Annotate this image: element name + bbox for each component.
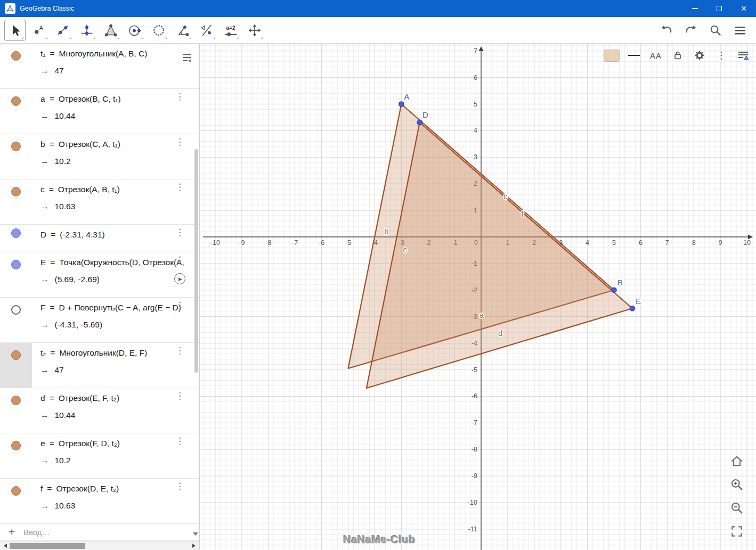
- object-definition: Отрезок(E, F, t₂): [59, 393, 119, 403]
- line-tool[interactable]: [52, 20, 74, 41]
- visibility-toggle[interactable]: [11, 441, 21, 450]
- redo-button[interactable]: [682, 22, 700, 39]
- scroll-right-button[interactable]: [190, 541, 198, 550]
- visibility-toggle[interactable]: [11, 228, 21, 238]
- minimize-button[interactable]: [682, 0, 707, 17]
- visibility-toggle[interactable]: [11, 305, 21, 315]
- row-menu-button[interactable]: ⋮: [175, 137, 184, 146]
- row-menu-button[interactable]: ⋮: [175, 228, 184, 237]
- lock-button[interactable]: [670, 48, 685, 63]
- perpendicular-line-tool[interactable]: [76, 20, 97, 41]
- close-button[interactable]: ×: [731, 0, 756, 17]
- row-menu-button[interactable]: ⋮: [175, 301, 184, 310]
- value-line: →(-4.31, -5.69): [40, 320, 181, 330]
- segment-label-e[interactable]: e: [403, 245, 407, 254]
- play-animation-button[interactable]: ▶: [174, 273, 185, 284]
- object-label: b: [40, 139, 45, 149]
- fullscreen-button[interactable]: [729, 524, 744, 539]
- row-menu-button[interactable]: ⋮: [175, 92, 184, 101]
- slider-tool[interactable]: a=2: [220, 20, 241, 41]
- algebra-row-f[interactable]: f=Отрезок(D, E, t₂) →10.63 ⋮: [0, 479, 199, 524]
- angle-icon: [176, 23, 190, 37]
- algebra-row-a[interactable]: a=Отрезок(B, C, t₁) →10.44 ⋮: [0, 89, 199, 134]
- horizontal-scroll-thumb[interactable]: [10, 543, 85, 549]
- segment-label-d[interactable]: d: [498, 329, 502, 338]
- polygon-icon: [104, 23, 118, 37]
- visibility-toggle[interactable]: [11, 260, 21, 269]
- equals-sign: =: [45, 439, 59, 448]
- algebra-row-c[interactable]: c=Отрезок(A, B, t₁) →10.63 ⋮: [0, 179, 199, 225]
- move-graphics-view-tool[interactable]: [244, 20, 265, 41]
- move-tool[interactable]: [4, 20, 26, 41]
- scroll-left-button[interactable]: [1, 541, 10, 550]
- visibility-toggle[interactable]: [11, 350, 21, 360]
- algebra-row-e[interactable]: e=Отрезок(F, D, t₂) →10.2 ⋮: [0, 433, 199, 479]
- segment-label-c[interactable]: c: [503, 192, 507, 201]
- row-menu-button[interactable]: ⋮: [175, 346, 184, 355]
- algebra-input[interactable]: [23, 528, 199, 537]
- fullscreen-icon: [730, 524, 744, 538]
- settings-gear-button[interactable]: [692, 48, 707, 63]
- svg-text:5: 5: [612, 239, 616, 247]
- visibility-toggle[interactable]: [11, 187, 21, 196]
- row-menu-button[interactable]: ⋮: [175, 437, 184, 446]
- visibility-toggle[interactable]: [11, 142, 21, 151]
- svg-text:-8: -8: [265, 239, 271, 247]
- visibility-toggle[interactable]: [11, 396, 21, 405]
- visibility-toggle[interactable]: [11, 486, 21, 496]
- main-menu-button[interactable]: [731, 22, 749, 39]
- scroll-down-button[interactable]: [193, 532, 198, 536]
- visibility-toggle[interactable]: [11, 96, 21, 106]
- row-menu-button[interactable]: ⋮: [175, 391, 184, 400]
- algebra-style-bar-button[interactable]: [179, 49, 195, 65]
- circle-tool[interactable]: [124, 20, 145, 41]
- equals-sign: =: [45, 393, 59, 403]
- algebra-row-F[interactable]: F=D + Повернуть(C − A, arg(E − D) →(-4.3…: [0, 298, 199, 343]
- conic-tool[interactable]: [148, 20, 169, 41]
- point-B[interactable]: [612, 288, 616, 292]
- row-menu-button[interactable]: ⋮: [175, 482, 184, 491]
- algebra-row-D[interactable]: D=(-2.31, 4.31) ⋮: [0, 225, 199, 252]
- algebra-row-t₂[interactable]: t₂=Многоугольник(D, E, F) →47 ⋮: [0, 343, 199, 388]
- value-line: →47: [40, 365, 181, 375]
- svg-text:-9: -9: [239, 239, 245, 247]
- point-E[interactable]: [630, 306, 635, 311]
- search-button[interactable]: [707, 22, 724, 39]
- label-style-button[interactable]: AA: [648, 48, 663, 63]
- hamburger-menu-icon: [733, 24, 747, 37]
- graphics-view[interactable]: -10-9-8-7-6-5-4-3-2-1123456789100-11-10-…: [200, 44, 756, 550]
- zoom-out-button[interactable]: [729, 500, 744, 515]
- maximize-button[interactable]: [707, 0, 731, 17]
- color-swatch-button[interactable]: [604, 50, 620, 62]
- value-line: →10.2: [40, 456, 181, 465]
- home-button[interactable]: [729, 454, 744, 469]
- algebra-row-t₁[interactable]: t₁=Многоугольник(A, B, C) →47: [0, 44, 199, 89]
- polygon-tool[interactable]: [100, 20, 121, 41]
- undo-button[interactable]: [658, 22, 675, 39]
- row-menu-button[interactable]: ⋮: [175, 256, 184, 265]
- more-options-button[interactable]: ⋮: [714, 48, 729, 63]
- object-value: 10.63: [55, 501, 76, 511]
- algebra-row-d[interactable]: d=Отрезок(E, F, t₂) →10.44 ⋮: [0, 388, 199, 433]
- algebra-row-E[interactable]: E=Точка(Окружность(D, Отрезок(A, →(5.69,…: [0, 252, 199, 298]
- line-style-button[interactable]: [627, 48, 641, 63]
- object-value: 10.2: [55, 456, 71, 465]
- add-expression-button[interactable]: +: [0, 526, 23, 538]
- angle-tool[interactable]: [172, 20, 193, 41]
- expression-cell: E=Точка(Окружность(D, Отрезок(A, →(5.69,…: [32, 252, 199, 297]
- segment-label-a[interactable]: a: [479, 311, 484, 319]
- point-A[interactable]: [399, 102, 404, 106]
- algebra-horizontal-scrollbar[interactable]: [0, 541, 199, 550]
- view-style-bar-toggle[interactable]: [736, 48, 751, 63]
- segment-label-b[interactable]: b: [384, 227, 388, 236]
- visibility-toggle[interactable]: [11, 51, 21, 61]
- algebra-row-b[interactable]: b=Отрезок(C, A, t₁) →10.2 ⋮: [0, 134, 199, 179]
- point-D[interactable]: [417, 120, 422, 125]
- row-menu-button[interactable]: ⋮: [175, 183, 184, 192]
- value-line: →10.63: [40, 202, 181, 211]
- transform-tool[interactable]: [196, 20, 217, 41]
- zoom-in-button[interactable]: [729, 477, 744, 492]
- graphics-svg[interactable]: -10-9-8-7-6-5-4-3-2-1123456789100-11-10-…: [200, 44, 756, 550]
- point-tool[interactable]: A: [28, 20, 50, 41]
- algebra-vertical-scroll-thumb[interactable]: [194, 149, 198, 373]
